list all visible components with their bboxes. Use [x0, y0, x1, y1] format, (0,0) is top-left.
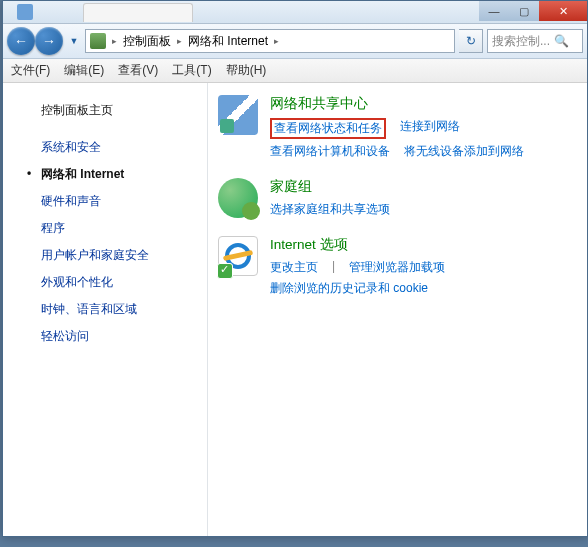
link-delete-history[interactable]: 删除浏览的历史记录和 cookie: [270, 280, 428, 297]
homegroup-title[interactable]: 家庭组: [270, 178, 577, 196]
control-panel-icon: [90, 33, 106, 49]
crumb-separator-icon: ▸: [274, 36, 279, 46]
section-internet-options: Internet 选项 更改主页 | 管理浏览器加载项 删除浏览的历史记录和 c…: [218, 236, 577, 297]
refresh-button[interactable]: ↻: [459, 29, 483, 53]
address-bar[interactable]: ▸ 控制面板 ▸ 网络和 Internet ▸: [85, 29, 455, 53]
link-connect-network[interactable]: 连接到网络: [400, 118, 460, 139]
internet-options-title[interactable]: Internet 选项: [270, 236, 577, 254]
crumb-root[interactable]: 控制面板: [123, 33, 171, 50]
crumb-current[interactable]: 网络和 Internet: [188, 33, 268, 50]
sidebar-item-ease-access[interactable]: 轻松访问: [3, 323, 203, 350]
checkmark-badge-icon: [217, 263, 233, 279]
maximize-button[interactable]: ▢: [509, 1, 539, 21]
menu-edit[interactable]: 编辑(E): [64, 62, 104, 79]
sidebar-item-appearance[interactable]: 外观和个性化: [3, 269, 203, 296]
link-view-computers[interactable]: 查看网络计算机和设备: [270, 143, 390, 160]
search-icon: 🔍: [554, 34, 569, 48]
network-sharing-icon: [218, 95, 258, 135]
content-area: 控制面板主页 系统和安全 网络和 Internet 硬件和声音 程序 用户帐户和…: [3, 83, 587, 536]
link-separator: |: [332, 259, 335, 276]
homegroup-icon: [218, 178, 258, 218]
section-network-sharing: 网络和共享中心 查看网络状态和任务 连接到网络 查看网络计算机和设备 将无线设备…: [218, 95, 577, 160]
menu-tools[interactable]: 工具(T): [172, 62, 211, 79]
forward-button[interactable]: →: [35, 27, 63, 55]
link-view-network-status[interactable]: 查看网络状态和任务: [270, 118, 386, 139]
sidebar-home[interactable]: 控制面板主页: [3, 97, 203, 124]
section-homegroup: 家庭组 选择家庭组和共享选项: [218, 178, 577, 218]
internet-options-icon: [218, 236, 258, 276]
title-bar: — ▢ ✕: [3, 1, 587, 24]
sidebar-item-hardware-sound[interactable]: 硬件和声音: [3, 188, 203, 215]
menu-file[interactable]: 文件(F): [11, 62, 50, 79]
menu-bar: 文件(F) 编辑(E) 查看(V) 工具(T) 帮助(H): [3, 59, 587, 83]
link-choose-homegroup[interactable]: 选择家庭组和共享选项: [270, 201, 390, 218]
window-controls: — ▢ ✕: [479, 1, 587, 21]
minimize-button[interactable]: —: [479, 1, 509, 21]
sidebar-item-programs[interactable]: 程序: [3, 215, 203, 242]
crumb-separator-icon: ▸: [112, 36, 117, 46]
search-placeholder: 搜索控制...: [492, 33, 550, 50]
menu-view[interactable]: 查看(V): [118, 62, 158, 79]
window-frame: — ▢ ✕ ← → ▼ ▸ 控制面板 ▸ 网络和 Internet ▸ ↻ 搜索…: [2, 0, 588, 537]
menu-help[interactable]: 帮助(H): [226, 62, 267, 79]
search-input[interactable]: 搜索控制... 🔍: [487, 29, 583, 53]
window-icon: [17, 4, 33, 20]
sidebar-item-clock-language[interactable]: 时钟、语言和区域: [3, 296, 203, 323]
sidebar-item-system-security[interactable]: 系统和安全: [3, 134, 203, 161]
link-add-wireless[interactable]: 将无线设备添加到网络: [404, 143, 524, 160]
navigation-bar: ← → ▼ ▸ 控制面板 ▸ 网络和 Internet ▸ ↻ 搜索控制... …: [3, 24, 587, 59]
background-tab: [83, 3, 193, 22]
sidebar-item-user-accounts[interactable]: 用户帐户和家庭安全: [3, 242, 203, 269]
nav-buttons: ← →: [7, 27, 63, 55]
network-sharing-title[interactable]: 网络和共享中心: [270, 95, 577, 113]
back-button[interactable]: ←: [7, 27, 35, 55]
nav-history-dropdown[interactable]: ▼: [67, 27, 81, 55]
sidebar-item-network-internet[interactable]: 网络和 Internet: [3, 161, 203, 188]
sidebar: 控制面板主页 系统和安全 网络和 Internet 硬件和声音 程序 用户帐户和…: [3, 83, 203, 536]
link-change-homepage[interactable]: 更改主页: [270, 259, 318, 276]
crumb-separator-icon: ▸: [177, 36, 182, 46]
main-panel: 网络和共享中心 查看网络状态和任务 连接到网络 查看网络计算机和设备 将无线设备…: [207, 83, 587, 536]
link-manage-addons[interactable]: 管理浏览器加载项: [349, 259, 445, 276]
close-button[interactable]: ✕: [539, 1, 587, 21]
